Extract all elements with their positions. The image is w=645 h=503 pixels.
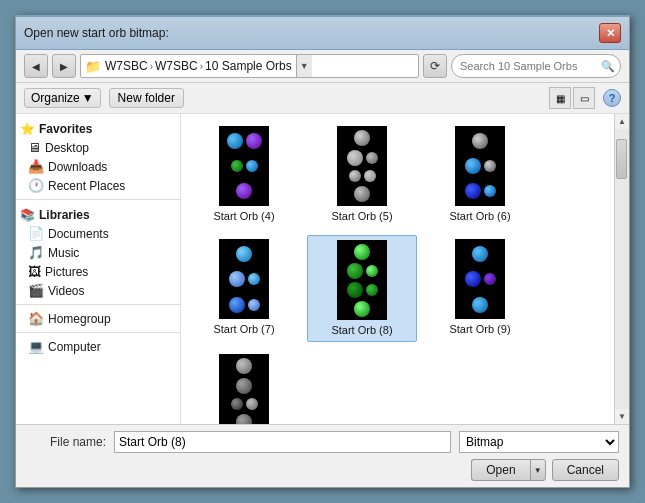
organize-label: Organize	[31, 91, 80, 105]
sidebar-item-pictures[interactable]: 🖼 Pictures	[16, 262, 180, 281]
orb-row	[354, 244, 370, 260]
orb-row	[354, 130, 370, 146]
orb-circle	[246, 133, 262, 149]
search-input[interactable]	[451, 54, 621, 78]
scroll-down-arrow[interactable]: ▼	[615, 409, 630, 424]
view-toggle-button[interactable]: ▦	[549, 87, 571, 109]
close-button[interactable]: ✕	[599, 23, 621, 43]
orb-circle-small	[248, 273, 260, 285]
forward-button[interactable]: ▶	[52, 54, 76, 78]
orb-row	[347, 150, 378, 166]
scroll-up-arrow[interactable]: ▲	[615, 114, 630, 129]
list-item[interactable]: Start Orb (4)	[189, 122, 299, 227]
orb-circle-small	[484, 160, 496, 172]
orb-circle	[465, 158, 481, 174]
orb-circle	[472, 133, 488, 149]
content-scrollbar[interactable]: ▲ ▼	[614, 114, 629, 424]
favorites-label: Favorites	[39, 122, 92, 136]
sidebar-item-homegroup[interactable]: 🏠 Homegroup	[16, 309, 180, 328]
orb-row	[236, 378, 252, 394]
help-button[interactable]: ?	[603, 89, 621, 107]
orb-circle-small	[349, 170, 361, 182]
orb-circle-small	[248, 299, 260, 311]
orb-circle	[465, 271, 481, 287]
sidebar-item-videos[interactable]: 🎬 Videos	[16, 281, 180, 300]
scroll-thumb[interactable]	[616, 139, 627, 179]
open-dropdown-arrow[interactable]: ▼	[530, 459, 546, 481]
new-folder-button[interactable]: New folder	[109, 88, 184, 108]
orb-row	[465, 183, 496, 199]
sidebar-item-computer[interactable]: 💻 Computer	[16, 337, 180, 356]
orb-circle-small	[246, 398, 258, 410]
buttons-row: Open ▼ Cancel	[26, 459, 619, 481]
breadcrumb: W7SBC › W7SBC › 10 Sample Orbs	[105, 59, 292, 73]
favorites-icon: ⭐	[20, 122, 35, 136]
view-buttons: ▦ ▭	[549, 87, 595, 109]
organize-arrow: ▼	[82, 91, 94, 105]
address-dropdown-button[interactable]: ▼	[296, 55, 312, 77]
sidebar-item-homegroup-label: Homegroup	[48, 312, 111, 326]
orb-circle	[354, 244, 370, 260]
list-item[interactable]: Start Orb (7)	[189, 235, 299, 342]
list-item[interactable]: Start Orb (9)	[425, 235, 535, 342]
list-item[interactable]: Start Orb (10)	[189, 350, 299, 424]
crumb-arrow-1: ›	[150, 61, 153, 72]
content-area: Start Orb (4)	[181, 114, 614, 424]
list-item[interactable]: Start Orb (8)	[307, 235, 417, 342]
orb-circle-small	[366, 284, 378, 296]
content-scroll-wrapper: Start Orb (4)	[181, 114, 629, 424]
orb-circle-small	[484, 185, 496, 197]
orb-row	[229, 271, 260, 287]
open-button[interactable]: Open	[471, 459, 529, 481]
sidebar-item-desktop[interactable]: 🖥 Desktop	[16, 138, 180, 157]
file-thumbnail-orb8	[337, 240, 387, 320]
sidebar-item-downloads[interactable]: 📥 Downloads	[16, 157, 180, 176]
sidebar-item-music-label: Music	[48, 246, 79, 260]
list-item[interactable]: Start Orb (6)	[425, 122, 535, 227]
file-thumbnail-orb10	[219, 354, 269, 424]
orb-row	[354, 186, 370, 202]
list-item[interactable]: Start Orb (5)	[307, 122, 417, 227]
pane-toggle-button[interactable]: ▭	[573, 87, 595, 109]
recent-icon: 🕐	[28, 178, 44, 193]
orb-circle	[347, 150, 363, 166]
orb-row	[231, 160, 258, 172]
sidebar-item-music[interactable]: 🎵 Music	[16, 243, 180, 262]
organize-button[interactable]: Organize ▼	[24, 88, 101, 108]
orb-circle-small	[231, 160, 243, 172]
file-thumbnail-orb4	[219, 126, 269, 206]
cancel-button[interactable]: Cancel	[552, 459, 619, 481]
orb-circle	[229, 297, 245, 313]
crumb-2[interactable]: W7SBC	[155, 59, 198, 73]
crumb-1[interactable]: W7SBC	[105, 59, 148, 73]
favorites-section: ⭐ Favorites 🖥 Desktop 📥 Downloads 🕐 Rece…	[16, 118, 180, 195]
filename-input[interactable]	[114, 431, 451, 453]
orb-circle	[354, 301, 370, 317]
sidebar-item-documents[interactable]: 📄 Documents	[16, 224, 180, 243]
sidebar-divider-2	[16, 304, 180, 305]
orb-circle	[354, 130, 370, 146]
orb-row	[465, 158, 496, 174]
filename-row: File name: Bitmap	[26, 431, 619, 453]
refresh-button[interactable]: ⟳	[423, 54, 447, 78]
orb-row	[227, 133, 262, 149]
main-area: ⭐ Favorites 🖥 Desktop 📥 Downloads 🕐 Rece…	[16, 114, 629, 424]
sidebar-item-documents-label: Documents	[48, 227, 109, 241]
orb-circle	[236, 378, 252, 394]
favorites-header[interactable]: ⭐ Favorites	[16, 118, 180, 138]
folder-icon: 📁	[85, 59, 101, 74]
orb-circle-small	[484, 273, 496, 285]
address-bar[interactable]: 📁 W7SBC › W7SBC › 10 Sample Orbs ▼	[80, 54, 419, 78]
libraries-header[interactable]: 📚 Libraries	[16, 204, 180, 224]
crumb-3[interactable]: 10 Sample Orbs	[205, 59, 292, 73]
documents-icon: 📄	[28, 226, 44, 241]
sidebar-item-recent[interactable]: 🕐 Recent Places	[16, 176, 180, 195]
back-button[interactable]: ◀	[24, 54, 48, 78]
orb-row	[236, 246, 252, 262]
sidebar-item-computer-label: Computer	[48, 340, 101, 354]
filetype-select[interactable]: Bitmap	[459, 431, 619, 453]
orb-circle	[236, 183, 252, 199]
file-thumbnail-orb6	[455, 126, 505, 206]
orb-row	[236, 414, 252, 424]
title-bar-text: Open new start orb bitmap:	[24, 26, 169, 40]
